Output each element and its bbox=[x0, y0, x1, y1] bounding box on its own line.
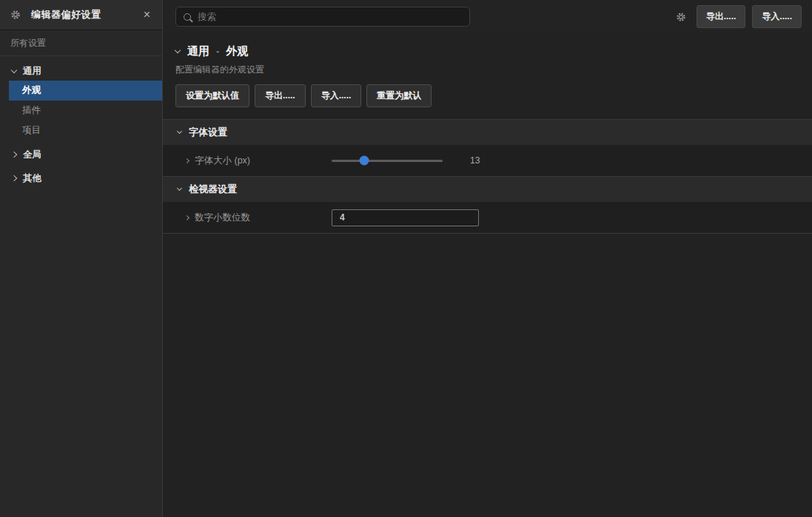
section-title: 字体设置 bbox=[189, 126, 227, 139]
reset-default-button[interactable]: 重置为默认 bbox=[366, 84, 432, 107]
topbar-actions: 导出..... 导入..... bbox=[676, 5, 802, 28]
tree-group-label: 全局 bbox=[23, 149, 41, 161]
section-header-font[interactable]: 字体设置 bbox=[163, 119, 812, 145]
breadcrumb-group: 通用 bbox=[187, 44, 209, 58]
setting-label: 数字小数位数 bbox=[195, 212, 250, 224]
window-title: 编辑器偏好设置 bbox=[31, 8, 141, 21]
sidebar: 编辑器偏好设置 × 所有设置 通用 外观 插件 项目 全局 bbox=[0, 0, 163, 517]
breadcrumb-page: 外观 bbox=[226, 44, 248, 58]
import-settings-button[interactable]: 导入..... bbox=[311, 84, 362, 107]
setting-label: 字体大小 (px) bbox=[195, 155, 250, 167]
chevron-right-icon[interactable] bbox=[184, 158, 189, 163]
close-icon[interactable]: × bbox=[141, 9, 153, 21]
import-button[interactable]: 导入..... bbox=[752, 5, 802, 28]
tree-item-label: 项目 bbox=[22, 124, 41, 137]
setting-row-font-size: 字体大小 (px) 13 bbox=[163, 145, 812, 176]
decimal-places-input[interactable] bbox=[332, 209, 479, 226]
all-settings-label[interactable]: 所有设置 bbox=[0, 30, 162, 56]
chevron-right-icon bbox=[11, 175, 17, 181]
search-input[interactable] bbox=[198, 12, 462, 22]
setting-label-col: 数字小数位数 bbox=[185, 212, 332, 224]
export-settings-button[interactable]: 导出..... bbox=[255, 84, 306, 107]
tree-group-general[interactable]: 通用 bbox=[0, 61, 162, 81]
slider-thumb[interactable] bbox=[359, 156, 369, 166]
action-buttons: 设置为默认值 导出..... 导入..... 重置为默认 bbox=[163, 76, 812, 119]
section-header-inspector[interactable]: 检视器设置 bbox=[163, 176, 812, 202]
gear-icon bbox=[10, 10, 21, 20]
tree-group-global[interactable]: 全局 bbox=[0, 145, 162, 164]
chevron-right-icon bbox=[11, 152, 17, 158]
search-box[interactable] bbox=[175, 7, 470, 27]
setting-row-decimal-places: 数字小数位数 bbox=[163, 202, 812, 233]
editor-preferences-window: 编辑器偏好设置 × 所有设置 通用 外观 插件 项目 全局 bbox=[0, 0, 812, 517]
tree-group-label: 通用 bbox=[23, 65, 41, 78]
tree-item-label: 插件 bbox=[22, 104, 41, 117]
sidebar-header: 编辑器偏好设置 × bbox=[0, 0, 162, 30]
page-description: 配置编辑器的外观设置 bbox=[163, 58, 812, 76]
chevron-down-icon bbox=[11, 67, 17, 72]
chevron-right-icon[interactable] bbox=[184, 214, 189, 220]
font-size-slider[interactable] bbox=[332, 160, 443, 162]
chevron-down-icon bbox=[177, 129, 182, 134]
tree-group-other[interactable]: 其他 bbox=[0, 169, 162, 188]
tree-item-plugins[interactable]: 插件 bbox=[0, 101, 162, 121]
tree-item-appearance[interactable]: 外观 bbox=[9, 81, 162, 101]
topbar: 导出..... 导入..... bbox=[163, 0, 812, 33]
breadcrumb-separator: - bbox=[216, 46, 219, 57]
settings-gear-icon[interactable] bbox=[676, 12, 686, 22]
content-empty-area bbox=[163, 233, 812, 517]
tree-item-project[interactable]: 项目 bbox=[0, 121, 162, 141]
export-button[interactable]: 导出..... bbox=[697, 5, 746, 28]
tree-item-label: 外观 bbox=[22, 84, 41, 97]
search-icon bbox=[184, 13, 191, 21]
setting-label-col: 字体大小 (px) bbox=[185, 155, 332, 167]
breadcrumb: 通用 - 外观 bbox=[163, 33, 812, 58]
section-title: 检视器设置 bbox=[189, 183, 237, 196]
settings-tree: 通用 外观 插件 项目 全局 其他 bbox=[0, 56, 162, 517]
font-size-slider-wrap: 13 bbox=[332, 155, 480, 166]
tree-group-label: 其他 bbox=[23, 172, 41, 185]
set-default-button[interactable]: 设置为默认值 bbox=[175, 84, 249, 107]
font-size-value: 13 bbox=[470, 155, 480, 166]
chevron-down-icon[interactable] bbox=[175, 47, 181, 53]
main-panel: 导出..... 导入..... 通用 - 外观 配置编辑器的外观设置 设置为默认… bbox=[163, 0, 812, 517]
chevron-down-icon bbox=[177, 186, 182, 191]
